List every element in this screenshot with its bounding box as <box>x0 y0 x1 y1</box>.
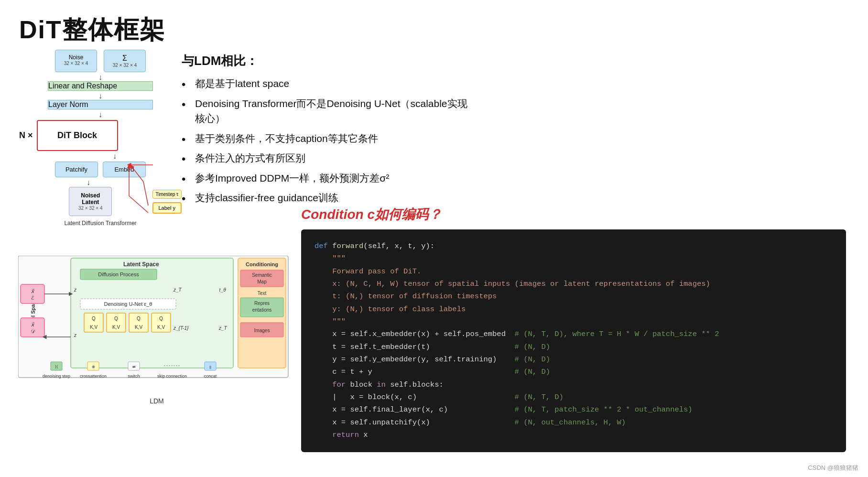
svg-text:crossattention: crossattention <box>80 374 107 379</box>
bullet-1: 都是基于latent space <box>182 76 468 91</box>
comparison-section: 与LDM相比： 都是基于latent space Denoising Trans… <box>182 53 468 210</box>
page-title: DiT整体框架 <box>19 13 165 47</box>
dit-block-box: DiT Block <box>37 120 118 151</box>
svg-text:z: z <box>74 333 77 338</box>
svg-text:z: z <box>74 287 77 293</box>
noised-latent-sub: 32 × 32 × 4 <box>74 206 107 211</box>
svg-text:K,V: K,V <box>90 325 98 330</box>
svg-text:Images: Images <box>254 328 270 333</box>
svg-text:⊕: ⊕ <box>92 365 95 369</box>
code-block: def forward(self, x, t, y): """ Forward … <box>301 229 846 452</box>
comparison-title: 与LDM相比： <box>182 53 468 69</box>
svg-text:Q: Q <box>159 316 163 321</box>
svg-text:τ_θ: τ_θ <box>219 287 226 293</box>
latent-space-label: Latent Space <box>123 261 159 268</box>
embed-box: Embed <box>103 162 146 177</box>
ldm-section: Latent Space Diffusion Process Denoising… <box>18 256 295 409</box>
bullet-6: 支持classifier-free guidance训练 <box>182 190 468 206</box>
ldt-label: Latent Diffusion Transformer <box>19 220 182 227</box>
bullet-list: 都是基于latent space Denoising Transformer而不… <box>182 76 468 206</box>
svg-text:Map: Map <box>257 279 267 284</box>
bullet-3: 基于类别条件，不支持caption等其它条件 <box>182 131 468 146</box>
svg-text:z_T: z_T <box>218 325 228 331</box>
svg-text:Q: Q <box>92 316 96 321</box>
ldm-svg: Latent Space Diffusion Process Denoising… <box>18 256 291 394</box>
condition-boxes: Timestep τ Label y <box>152 187 182 216</box>
arrow-down-3: ↓ <box>19 111 182 118</box>
dit-block-row: N × DiT Block <box>19 120 182 151</box>
svg-text:⇄: ⇄ <box>132 365 136 369</box>
svg-text:K,V: K,V <box>157 325 165 330</box>
sigma-box: Σ 32 × 32 × 4 <box>104 50 146 72</box>
svg-text:Repres: Repres <box>254 301 270 306</box>
ldm-bottom-label: LDM <box>18 397 295 405</box>
svg-rect-34 <box>21 318 44 337</box>
dit-architecture-diagram: Noise 32 × 32 × 4 Σ 32 × 32 × 4 ↓ Linear… <box>19 48 182 227</box>
layer-norm-box: Layer Norm <box>48 100 153 109</box>
arrow-down-2: ↓ <box>19 93 182 99</box>
condition-title: Condition c如何编码？ <box>301 206 846 224</box>
svg-text:𝒟: 𝒟 <box>31 328 35 334</box>
conditioning-label: Conditioning <box>246 261 278 267</box>
switch-label: switch <box>128 374 140 379</box>
timestep-box: Timestep τ <box>152 190 182 199</box>
label-y-box: Label y <box>152 202 182 214</box>
svg-text:z_T: z_T <box>173 287 182 293</box>
svg-text:K,V: K,V <box>112 325 120 330</box>
svg-text:denoising step: denoising step <box>43 374 70 379</box>
patchify-box: Patchify <box>55 162 98 177</box>
svg-text:Text: Text <box>258 291 267 296</box>
nx-label: N × <box>19 130 33 141</box>
svg-text:entations: entations <box>252 307 272 313</box>
bullet-2: Denoising Transformer而不是Denoising U-Net（… <box>182 96 468 126</box>
bullet-4: 条件注入的方式有所区别 <box>182 151 468 166</box>
noise-row: Noise 32 × 32 × 4 Σ 32 × 32 × 4 <box>19 50 182 72</box>
skip-connection-label: skip connection <box>157 374 187 379</box>
code-section: Condition c如何编码？ def forward(self, x, t,… <box>301 206 846 452</box>
svg-rect-31 <box>21 284 44 304</box>
svg-text:Semantic: Semantic <box>252 272 272 278</box>
diffusion-process-label: Diffusion Process <box>98 271 139 277</box>
watermark: CSDN @狼狼猪猪 <box>808 464 858 472</box>
svg-text:ℰ: ℰ <box>31 295 34 301</box>
svg-text:⟩⟨: ⟩⟨ <box>55 365 58 369</box>
noised-latent-label: NoisedLatent <box>74 192 107 206</box>
patchify-embed-row: Patchify Embed <box>19 162 182 177</box>
linear-reshape-box: Linear and Reshape <box>48 81 153 91</box>
svg-text:K,V: K,V <box>135 325 142 330</box>
svg-text:||: || <box>209 365 211 369</box>
svg-text:Q: Q <box>114 316 118 321</box>
arrow-down-5: ↓ <box>14 179 182 186</box>
bullet-5: 参考Improved DDPM一样，额外预测方差σ² <box>182 171 468 186</box>
input-row: NoisedLatent 32 × 32 × 4 Timestep τ Labe… <box>33 187 182 216</box>
svg-text:concat: concat <box>204 374 217 379</box>
svg-text:Q: Q <box>137 316 141 321</box>
svg-text:z_{T-1}: z_{T-1} <box>173 325 189 331</box>
noise-box: Noise 32 × 32 × 4 <box>55 50 97 72</box>
arrow-down-4: ↓ <box>48 153 182 160</box>
arrow-down-1: ↓ <box>19 74 182 81</box>
noised-latent-box: NoisedLatent 32 × 32 × 4 <box>69 187 112 216</box>
denoising-label: Denoising U-Net ε_θ <box>104 301 152 307</box>
